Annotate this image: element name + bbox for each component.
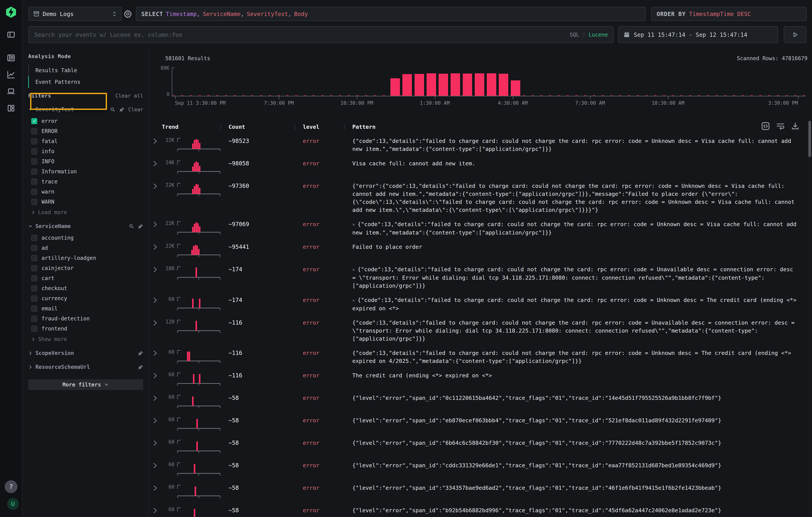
search-icon[interactable] <box>110 107 115 112</box>
row-expand-chevron-icon[interactable] <box>153 485 162 492</box>
column-resize-handle[interactable]: ⋮ <box>292 124 298 130</box>
filter-option[interactable]: WARN <box>28 197 143 207</box>
pattern-row[interactable]: 22K ~95441 error Failed to place order <box>149 238 806 261</box>
checkbox[interactable] <box>31 285 37 291</box>
filter-option[interactable]: currency <box>28 293 143 304</box>
filter-option[interactable]: frontend <box>28 324 143 334</box>
pattern-row[interactable]: 60 ~174 error ×{"code":13,"details":"fai… <box>149 291 806 314</box>
severitytext-load-more[interactable]: Load more <box>28 207 143 216</box>
filter-option[interactable]: checkout <box>28 283 143 293</box>
row-expand-chevron-icon[interactable] <box>153 372 162 380</box>
filter-option[interactable]: artillery-loadgen <box>28 253 143 263</box>
help-button[interactable]: ? <box>5 481 17 493</box>
nav-dashboards-icon[interactable] <box>6 103 17 114</box>
checkbox[interactable] <box>31 169 37 175</box>
pattern-row[interactable]: 60 ~58 error {"level":"error","span_id":… <box>149 479 806 501</box>
col-header-count[interactable]: Count <box>229 124 245 130</box>
checkbox[interactable] <box>31 306 37 312</box>
checkbox[interactable] <box>31 326 37 332</box>
filter-option[interactable]: Information <box>28 167 143 177</box>
col-header-trend[interactable]: Trend <box>162 124 178 130</box>
sql-toggle[interactable]: SQL <box>570 32 579 38</box>
app-logo-icon[interactable] <box>5 6 17 18</box>
checkbox[interactable] <box>31 316 37 322</box>
checkbox[interactable] <box>31 295 37 301</box>
scopeversion-group-header[interactable]: ScopeVersion <box>28 350 143 356</box>
pattern-marker-x-icon[interactable]: × <box>352 267 355 272</box>
user-avatar[interactable]: U <box>7 498 19 510</box>
nav-search-logs-icon[interactable] <box>6 53 17 63</box>
lucene-toggle[interactable]: Lucene <box>589 32 608 38</box>
pattern-row[interactable]: 60 ~58 error {"level":"error","span_id":… <box>149 457 806 479</box>
results-histogram[interactable]: 80K 0 Sep 11 3:30:00 PM7:30:00 PM10:30:0… <box>165 64 807 116</box>
row-expand-chevron-icon[interactable] <box>153 395 162 402</box>
row-expand-chevron-icon[interactable] <box>153 320 162 327</box>
row-expand-chevron-icon[interactable] <box>153 440 162 447</box>
checkbox[interactable] <box>31 118 37 124</box>
pattern-marker-x-icon[interactable]: × <box>352 222 355 227</box>
row-expand-chevron-icon[interactable] <box>153 297 162 304</box>
nav-sessions-icon[interactable] <box>6 86 17 97</box>
search-input[interactable]: Search your events w/ Lucene ex. column:… <box>29 26 614 43</box>
row-expand-chevron-icon[interactable] <box>153 221 162 228</box>
pattern-row[interactable]: 60 ~116 error The credit card (ending <*… <box>149 367 806 389</box>
checkbox[interactable] <box>31 128 37 134</box>
select-clause-input[interactable]: SELECT Timestamp,ServiceName,SeverityTex… <box>136 7 645 21</box>
col-header-pattern[interactable]: Pattern <box>352 124 376 130</box>
checkbox[interactable] <box>31 265 37 271</box>
filter-option[interactable]: email <box>28 304 143 314</box>
filter-option[interactable]: INFO <box>28 156 143 167</box>
checkbox[interactable] <box>31 148 37 154</box>
column-resize-handle[interactable]: ⋮ <box>218 124 224 130</box>
clear-all-filters-button[interactable]: Clear all <box>115 93 143 99</box>
row-expand-chevron-icon[interactable] <box>153 418 162 425</box>
checkbox[interactable] <box>31 179 37 185</box>
pattern-row[interactable]: 120 ~116 error {"code":13,"details":"fai… <box>149 314 806 344</box>
pattern-row[interactable]: 60 ~58 error {"level":"error","span_id":… <box>149 501 806 517</box>
filter-option[interactable]: ad <box>28 243 143 253</box>
pattern-row[interactable]: 22K ~98523 error {"code":13,"details":"f… <box>149 132 806 155</box>
table-scrollbar[interactable] <box>808 120 811 515</box>
col-header-level[interactable]: level <box>303 124 319 130</box>
date-range-picker[interactable]: Sep 11 15:47:14 - Sep 12 15:47:14 <box>618 26 778 43</box>
sidebar-toggle-icon[interactable] <box>6 29 17 40</box>
search-icon[interactable] <box>129 224 134 229</box>
filter-option[interactable]: cart <box>28 273 143 283</box>
filter-option[interactable]: fraud-detection <box>28 314 143 324</box>
more-filters-button[interactable]: More filters <box>28 379 143 390</box>
run-query-button[interactable] <box>784 26 806 43</box>
pin-icon[interactable] <box>138 224 143 229</box>
checkbox[interactable] <box>31 275 37 281</box>
pattern-row[interactable]: 60 ~58 error {"level":"error","span_id":… <box>149 389 806 412</box>
pattern-row[interactable]: 60 ~116 error {"code":13,"details":"fail… <box>149 344 806 367</box>
severitytext-clear-button[interactable]: Clear <box>128 107 143 112</box>
source-selector[interactable]: Demo Logs <box>29 7 121 21</box>
checkbox[interactable] <box>31 255 37 261</box>
row-expand-chevron-icon[interactable] <box>153 138 162 145</box>
row-expand-chevron-icon[interactable] <box>153 462 162 469</box>
pattern-row[interactable]: 60 ~58 error {"level":"error","span_id":… <box>149 434 806 457</box>
servicename-group-header[interactable]: ServiceName <box>28 223 143 229</box>
row-expand-chevron-icon[interactable] <box>153 244 162 251</box>
filter-option[interactable]: cainjector <box>28 263 143 273</box>
row-expand-chevron-icon[interactable] <box>153 507 162 515</box>
filter-option[interactable]: accounting <box>28 233 143 243</box>
checkbox[interactable] <box>31 199 37 205</box>
column-resize-handle[interactable]: ⋮ <box>342 124 347 130</box>
pin-icon[interactable] <box>138 350 143 356</box>
pattern-row[interactable]: 60 ~58 error {"level":"error","span_id":… <box>149 412 806 434</box>
resourceschemaurl-group-header[interactable]: ResourceSchemaUrl <box>28 364 143 370</box>
severitytext-group-header[interactable]: SeverityText Clear <box>28 106 143 113</box>
filter-option[interactable]: info <box>28 146 143 156</box>
pin-icon[interactable] <box>119 107 124 112</box>
pin-icon[interactable] <box>138 365 143 370</box>
filter-option[interactable]: fatal <box>28 136 143 146</box>
pattern-row[interactable]: 24K ~98058 error Visa cache full: cannot… <box>149 155 806 177</box>
scrollbar-thumb[interactable] <box>808 121 811 157</box>
filter-option[interactable]: ERROR <box>28 126 143 136</box>
mode-results-table[interactable]: Results Table <box>28 64 143 76</box>
checkbox[interactable] <box>31 138 37 144</box>
filter-option[interactable]: trace <box>28 177 143 187</box>
checkbox[interactable] <box>31 235 37 241</box>
checkbox[interactable] <box>31 159 37 165</box>
